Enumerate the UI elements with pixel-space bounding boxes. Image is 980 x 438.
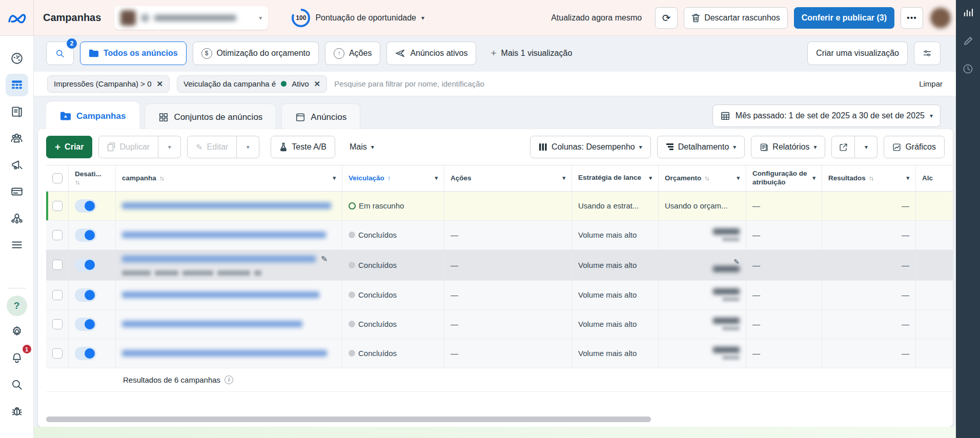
- ab-test-button[interactable]: Teste A/B: [271, 136, 335, 158]
- charts-label: Gráficos: [905, 142, 936, 152]
- filter-search-input[interactable]: [334, 79, 912, 88]
- discard-drafts-button[interactable]: Descartar rascunhos: [684, 7, 788, 29]
- audiences-nav-icon[interactable]: [6, 127, 28, 150]
- table-row[interactable]: Concluídos — Volume mais alto — —: [46, 339, 953, 368]
- row-checkbox[interactable]: [52, 319, 63, 329]
- settings-gear-icon[interactable]: [6, 320, 28, 343]
- table-row[interactable]: Em rascunho Usando a estrat... Usando o …: [46, 192, 953, 221]
- table-row[interactable]: Concluídos — Volume mais alto — —: [46, 281, 953, 310]
- campaign-toggle[interactable]: [75, 288, 96, 302]
- horizontal-scrollbar[interactable]: [46, 416, 651, 422]
- table-row[interactable]: Concluídos — Volume mais alto — —: [46, 310, 953, 339]
- review-publish-button[interactable]: Conferir e publicar (3): [794, 7, 894, 29]
- insights-charts-icon[interactable]: [963, 7, 974, 18]
- history-clock-icon[interactable]: [963, 64, 973, 74]
- campaign-toggle[interactable]: [75, 199, 96, 213]
- help-button[interactable]: ?: [7, 296, 27, 316]
- export-dropdown[interactable]: ▾: [855, 136, 877, 158]
- duplicate-button[interactable]: Duplicar: [98, 136, 158, 158]
- opportunity-score[interactable]: 100 Pontuação de oportunidade ▾: [292, 9, 424, 27]
- more-views-button[interactable]: + Mais 1 visualização: [482, 41, 580, 65]
- campaign-name-blurred[interactable]: [122, 232, 326, 238]
- user-avatar[interactable]: [930, 8, 951, 28]
- edit-pencil-icon[interactable]: ✎: [321, 254, 328, 264]
- edit-pencil-icon[interactable]: [963, 36, 973, 46]
- ads-promote-icon[interactable]: [6, 154, 28, 176]
- table-row[interactable]: ✎ Concluídos — Volume mais alto ✎ — —: [46, 250, 953, 281]
- search-nav-icon[interactable]: [6, 373, 28, 396]
- campaign-toggle[interactable]: [75, 228, 96, 242]
- refresh-icon: ⟳: [662, 12, 671, 24]
- tab-campaigns[interactable]: Campanhas: [46, 101, 139, 130]
- business-assets-icon[interactable]: [6, 207, 28, 230]
- account-selector[interactable]: ▾: [114, 6, 268, 30]
- header-budget[interactable]: Orçamento ↑↓ ▾: [659, 165, 746, 191]
- header-reach[interactable]: Alc: [916, 165, 940, 191]
- header-attribution[interactable]: Configuração de atribuição ▾: [746, 165, 822, 191]
- clear-filters-link[interactable]: Limpar: [919, 79, 943, 88]
- reports-button[interactable]: Relatórios ▾: [751, 136, 825, 158]
- edit-button[interactable]: ✎ Editar: [187, 136, 237, 158]
- header-delivery[interactable]: Veiculação ↑ ▾: [342, 165, 444, 191]
- header-results[interactable]: Resultados ↑↓ ▾: [822, 165, 916, 191]
- row-checkbox[interactable]: [52, 260, 63, 270]
- campaign-name-blurred[interactable]: [122, 256, 316, 262]
- search-views-button[interactable]: 2: [46, 41, 74, 65]
- row-checkbox[interactable]: [52, 201, 63, 211]
- row-checkbox[interactable]: [52, 290, 63, 300]
- more-button[interactable]: Mais ▾: [341, 136, 382, 158]
- close-icon[interactable]: ✕: [157, 79, 164, 89]
- row-checkbox[interactable]: [52, 348, 63, 359]
- campaign-name-blurred[interactable]: [122, 291, 319, 298]
- meta-logo[interactable]: [0, 0, 34, 35]
- header-actions[interactable]: Ações ▾: [444, 165, 572, 191]
- notifications-bell[interactable]: 1: [6, 347, 28, 369]
- pages-nav-icon[interactable]: [6, 100, 28, 123]
- table-row[interactable]: Concluídos — Volume mais alto — —: [46, 221, 953, 250]
- close-icon[interactable]: ✕: [314, 79, 321, 89]
- duplicate-dropdown[interactable]: ▾: [158, 136, 181, 158]
- header-bid-strategy[interactable]: Estratégia de lance ▾: [572, 165, 659, 191]
- charts-button[interactable]: Gráficos: [884, 136, 945, 158]
- campaign-toggle[interactable]: [75, 258, 96, 272]
- export-button[interactable]: [831, 136, 855, 158]
- all-tools-menu-icon[interactable]: [6, 234, 28, 256]
- tab-ad-sets[interactable]: Conjuntos de anúncios: [145, 103, 276, 130]
- row-checkbox[interactable]: [52, 230, 63, 240]
- updated-status: Atualizado agora mesmo: [551, 13, 642, 23]
- select-all-checkbox[interactable]: [52, 173, 63, 183]
- create-view-button[interactable]: Criar uma visualização: [807, 41, 908, 65]
- view-tab-budget-optimization[interactable]: $ Otimização do orçamento: [193, 41, 319, 65]
- billing-nav-icon[interactable]: [6, 180, 28, 203]
- header-campaign[interactable]: campanha ↑↓ ▾: [116, 165, 342, 191]
- more-options-button[interactable]: •••: [901, 7, 923, 29]
- campaign-name-blurred[interactable]: [122, 202, 331, 209]
- date-range-picker[interactable]: Mês passado: 1 de set de 2025 a 30 de se…: [712, 105, 941, 127]
- view-tab-active-ads[interactable]: Anúncios ativos: [386, 41, 476, 65]
- budget-period-blurred: [722, 297, 740, 301]
- tab-ads[interactable]: Anúncios: [281, 103, 360, 130]
- edit-dropdown[interactable]: ▾: [237, 136, 259, 158]
- view-tab-label: Anúncios ativos: [410, 49, 467, 58]
- campaign-name-blurred[interactable]: [122, 321, 302, 327]
- edit-budget-icon[interactable]: ✎: [733, 258, 740, 266]
- campaign-toggle[interactable]: [75, 347, 96, 360]
- view-tab-all-ads[interactable]: Todos os anúncios: [80, 41, 187, 65]
- view-settings-button[interactable]: [914, 41, 941, 65]
- report-bug-icon[interactable]: [6, 400, 28, 423]
- campaigns-nav-icon[interactable]: [6, 74, 28, 96]
- account-overview-icon[interactable]: [6, 47, 28, 70]
- create-button[interactable]: + Criar: [46, 136, 92, 158]
- chevron-down-icon: ▾: [649, 175, 652, 181]
- view-tab-actions[interactable]: ↑ Ações: [325, 41, 380, 65]
- header-toggle[interactable]: Desati... ↑↓: [69, 165, 116, 191]
- refresh-button[interactable]: ⟳: [655, 7, 678, 29]
- columns-button[interactable]: Colunas: Desempenho ▾: [530, 136, 651, 158]
- campaign-name-blurred[interactable]: [122, 350, 327, 357]
- filter-chip-delivery[interactable]: Veiculação da campanha é Ativo ✕: [177, 75, 327, 93]
- campaign-toggle[interactable]: [75, 318, 96, 331]
- filter-chip-impressions[interactable]: Impressões (Campanha) > 0 ✕: [47, 75, 170, 93]
- info-icon[interactable]: i: [224, 376, 233, 384]
- main-content: 2 Todos os anúncios $ Otimização do orça…: [34, 36, 956, 438]
- breakdown-button[interactable]: Detalhamento ▾: [657, 136, 745, 158]
